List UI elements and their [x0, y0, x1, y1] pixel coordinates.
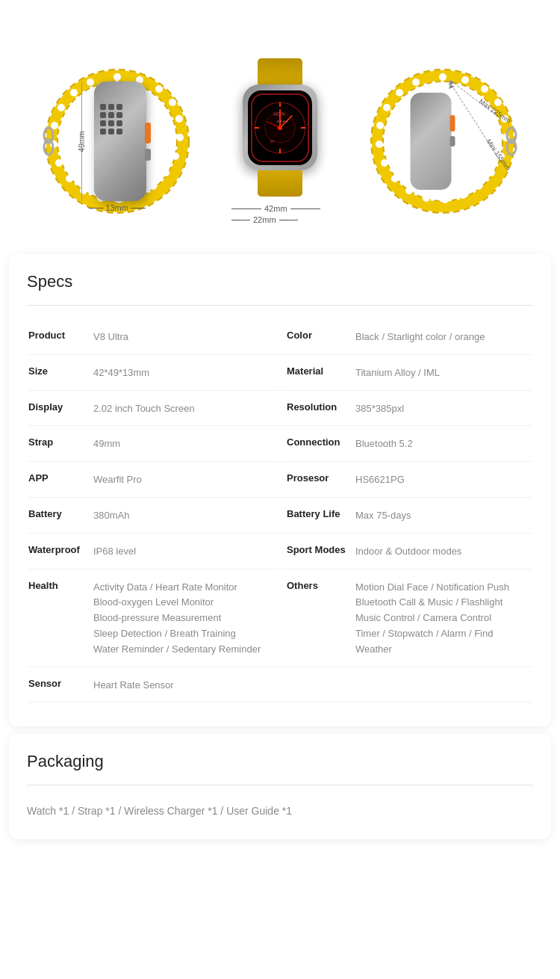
watch-side-right [411, 93, 452, 190]
spec-label: Size [28, 365, 84, 377]
spec-value: V8 Ultra [93, 330, 128, 345]
packaging-section: Packaging Watch *1 / Strap *1 / Wireless… [9, 734, 551, 839]
spec-label: Battery [28, 508, 84, 519]
svg-point-48 [459, 191, 467, 199]
specs-section: Specs ProductV8 UltraColorBlack / Starli… [9, 254, 551, 726]
spec-label: Sport Modes [287, 544, 346, 555]
spec-label: Resolution [287, 401, 346, 413]
dim-22mm-label: 22mm [253, 215, 276, 224]
orange-button [145, 123, 151, 143]
svg-point-16 [55, 159, 63, 167]
specs-row: SensorHeart Rate Sensor [28, 669, 532, 703]
watch-front-view: NON ★★★★ 36 42mm [231, 58, 329, 224]
dim-13mm-label: 13mm [105, 203, 128, 212]
specs-table: ProductV8 UltraColorBlack / Starlight co… [27, 319, 533, 704]
svg-text:★★★★: ★★★★ [276, 119, 289, 123]
strap-top [258, 58, 302, 84]
spec-value: Max 75-days [355, 508, 411, 524]
svg-text:36: 36 [270, 139, 275, 143]
dim-42mm-row: 42mm [231, 204, 329, 213]
svg-point-41 [481, 85, 488, 93]
dim-49mm-label: 49mm [78, 131, 86, 152]
spec-label: Waterproof [28, 544, 84, 555]
spec-label: APP [28, 472, 84, 484]
packaging-divider [27, 785, 533, 785]
dial-svg: NON ★★★★ 36 [251, 93, 309, 162]
spec-value: Motion Dial Face / Notification Push Blu… [355, 580, 509, 658]
specs-title: Specs [27, 272, 533, 291]
spec-label: Others [287, 580, 346, 591]
spec-value: Bluetooth 5.2 [355, 436, 413, 452]
watch-case: NON ★★★★ 36 [243, 84, 317, 170]
spec-value: 42*49*13mm [93, 365, 149, 381]
spec-value: Titanium Alloy / IML [355, 365, 440, 381]
svg-point-18 [51, 122, 58, 129]
dim-42mm-label: 42mm [264, 204, 287, 213]
spec-label: Color [287, 330, 346, 341]
specs-row: APPWearfit ProProsesorHS6621PG [28, 463, 532, 498]
watch-body-side [94, 81, 146, 201]
svg-point-40 [461, 76, 469, 84]
svg-point-7 [176, 134, 184, 141]
spec-label: Display [28, 401, 84, 413]
specs-row: Size42*49*13mmMaterialTitanium Alloy / I… [28, 356, 532, 391]
spec-value: Wearfit Pro [93, 472, 142, 488]
watch-body-right [411, 93, 452, 190]
watch-screen: NON ★★★★ 36 [248, 90, 312, 165]
strap-bottom [258, 170, 302, 197]
packaging-content: Watch *1 / Strap *1 / Wireless Charger *… [27, 799, 533, 817]
svg-point-4 [155, 85, 163, 93]
svg-point-58 [412, 78, 420, 86]
right-ring-container: Max 225mm Mini 155mm [368, 67, 517, 216]
spec-label: Product [28, 330, 84, 341]
watch-grid [100, 104, 122, 135]
spec-label: Connection [287, 436, 346, 448]
specs-row: ProductV8 UltraColorBlack / Starlight co… [28, 321, 532, 355]
svg-point-2 [113, 73, 121, 81]
spec-value: 380mAh [93, 508, 129, 524]
spec-value: 2.02 inch Touch Screen [93, 401, 195, 417]
specs-row: Battery380mAhBattery LifeMax 75-days [28, 499, 532, 534]
svg-point-56 [383, 104, 391, 111]
svg-point-5 [169, 99, 176, 106]
svg-point-50 [423, 194, 430, 202]
spec-value: Black / Starlight color / orange [355, 330, 485, 345]
spec-value: 49mm [93, 436, 120, 452]
right-orange-button [450, 115, 455, 132]
svg-point-49 [441, 196, 449, 203]
left-ring-container: 49mm 13mm [43, 67, 192, 216]
spec-value: 385*385pxl [355, 401, 404, 417]
specs-row: Strap49mmConnectionBluetooth 5.2 [28, 427, 532, 462]
hero-section: 49mm 13mm [0, 0, 560, 247]
specs-divider [27, 305, 533, 306]
front-dimensions: 42mm 22mm [231, 204, 329, 224]
watch-diagram: 49mm 13mm [7, 58, 553, 224]
specs-row: Display2.02 inch Touch ScreenResolution3… [28, 392, 532, 427]
svg-point-47 [475, 182, 482, 190]
spec-label: Prosesor [287, 472, 346, 484]
dim-22mm-row: 22mm [231, 215, 309, 224]
spec-label: Material [287, 365, 346, 377]
gray-button [145, 149, 151, 161]
spec-value: Heart Rate Sensor [93, 678, 174, 694]
svg-point-57 [396, 89, 403, 96]
svg-marker-62 [449, 84, 455, 89]
specs-row: WaterproofIP68 levelSport ModesIndoor & … [28, 535, 532, 569]
spec-label: Strap [28, 436, 84, 448]
spec-value: Indoor & Outdoor modes [355, 544, 461, 560]
right-gray-button [450, 136, 455, 146]
svg-point-19 [57, 104, 65, 111]
spec-value: IP68 level [93, 544, 136, 560]
watch-dial-outer: NON ★★★★ 36 [251, 93, 309, 162]
specs-row: HealthActivity Data / Heart Rate Monitor… [28, 571, 532, 667]
svg-point-53 [381, 159, 388, 167]
spec-value: HS6621PG [355, 472, 405, 488]
spec-label: Sensor [28, 678, 84, 689]
packaging-title: Packaging [27, 752, 533, 771]
svg-point-54 [376, 140, 383, 148]
svg-point-55 [376, 122, 384, 129]
svg-text:NON: NON [273, 111, 285, 117]
watch-side-left: 49mm [94, 81, 146, 201]
spec-label: Battery Life [287, 508, 346, 519]
svg-point-42 [494, 99, 502, 106]
